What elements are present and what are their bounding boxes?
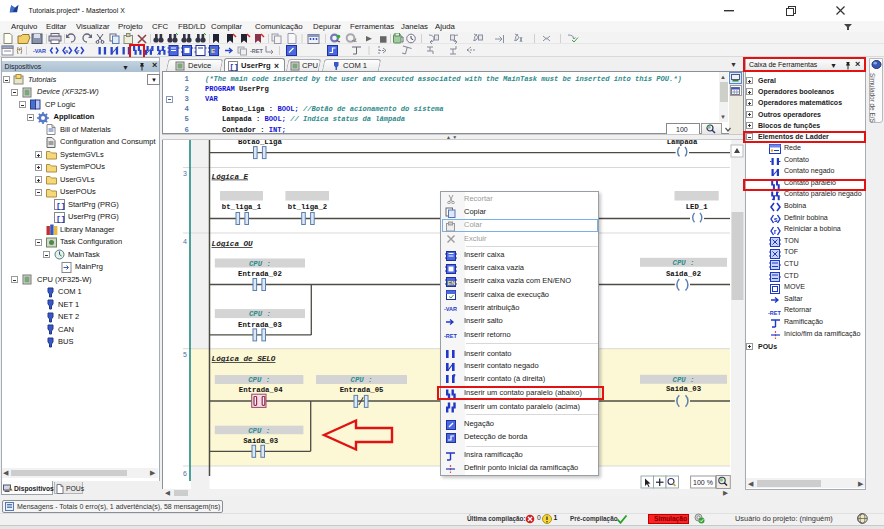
svg-text:Botao_Liga: Botao_Liga <box>238 140 282 146</box>
svg-text:Lampada: Lampada <box>667 140 698 146</box>
svg-text:Saida_02: Saida_02 <box>666 270 701 278</box>
svg-text:Entrada_02: Entrada_02 <box>238 270 282 278</box>
svg-text:100 %: 100 % <box>693 479 713 486</box>
svg-text:Entrada_03: Entrada_03 <box>238 321 282 329</box>
svg-text:Entrada_05: Entrada_05 <box>340 386 384 394</box>
svg-text:CPU :: CPU : <box>673 376 695 384</box>
svg-text:5: 5 <box>183 351 187 358</box>
svg-text:CPU :: CPU : <box>249 260 271 268</box>
svg-text:Entrada_04: Entrada_04 <box>239 386 283 394</box>
svg-text:-RET: -RET <box>444 333 457 339</box>
svg-text:-RET: -RET <box>250 48 263 54</box>
svg-text:r: r <box>774 228 777 235</box>
svg-text:6: 6 <box>183 470 187 477</box>
svg-text:[]: [] <box>56 201 65 210</box>
svg-text:E: E <box>211 48 215 54</box>
svg-text:LED_1: LED_1 <box>686 203 709 211</box>
svg-text:s: s <box>774 216 778 223</box>
svg-text:CPU :: CPU : <box>248 427 270 435</box>
svg-text:Lógica de SELO: Lógica de SELO <box>212 355 276 363</box>
svg-text:r: r <box>77 48 80 54</box>
svg-text:bt_liga_2: bt_liga_2 <box>288 203 327 211</box>
svg-text:Saida_03: Saida_03 <box>243 437 279 445</box>
svg-text:s: s <box>65 48 69 54</box>
svg-text:4: 4 <box>183 238 187 245</box>
svg-text:-VAR: -VAR <box>444 306 457 312</box>
svg-text:-VAR: -VAR <box>33 48 46 54</box>
svg-text:CPU :: CPU : <box>248 376 270 384</box>
svg-text:CPU :: CPU : <box>351 376 373 384</box>
svg-text:[]: [] <box>56 213 65 222</box>
svg-text:[]: [] <box>230 63 239 71</box>
svg-text:bt_liga_1: bt_liga_1 <box>222 203 262 211</box>
svg-text:EN: EN <box>448 279 456 285</box>
svg-text:-RET: -RET <box>768 309 781 315</box>
svg-text:CPU :: CPU : <box>249 310 271 318</box>
svg-text:Lógica OU: Lógica OU <box>212 240 253 248</box>
svg-text:CPU :: CPU : <box>673 259 695 267</box>
svg-text:Saida_03: Saida_03 <box>666 385 702 393</box>
svg-text:Lógica E: Lógica E <box>212 173 249 181</box>
svg-text:3: 3 <box>183 170 187 177</box>
